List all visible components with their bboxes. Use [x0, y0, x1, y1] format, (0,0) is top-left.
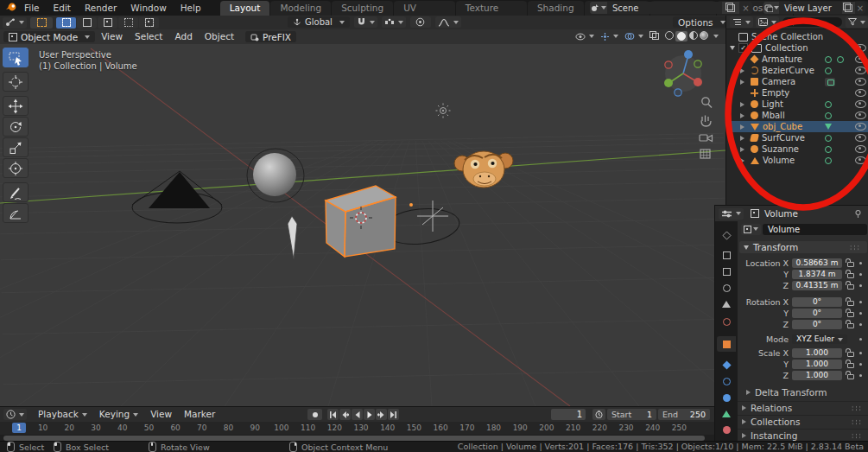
snap-toggle-button[interactable] — [354, 16, 377, 28]
gizmo-y-neg[interactable] — [694, 60, 701, 67]
proportional-falloff-dropdown[interactable] — [435, 16, 461, 28]
outliner-search-input[interactable] — [782, 17, 842, 27]
outliner-row-light[interactable]: Light — [726, 99, 868, 110]
transform-orientation-dropdown[interactable]: Global — [288, 16, 350, 28]
animate-dot[interactable] — [859, 301, 862, 303]
eye-icon[interactable] — [855, 89, 866, 97]
animate-dot[interactable] — [859, 323, 862, 326]
lock-icon[interactable] — [847, 312, 854, 317]
gizmo-y-axis[interactable] — [664, 79, 673, 87]
animate-dot[interactable] — [859, 338, 862, 341]
menu-help[interactable]: Help — [174, 0, 208, 16]
shading-dropdown[interactable] — [713, 35, 719, 38]
expand-icon[interactable] — [740, 147, 744, 152]
tool-measure[interactable] — [3, 203, 29, 223]
gizmo-x-axis[interactable] — [694, 78, 702, 86]
shading-wireframe-button[interactable] — [665, 31, 674, 41]
properties-tab-object-data[interactable] — [717, 406, 736, 422]
menu-render[interactable]: Render — [78, 0, 124, 16]
outliner-row-obj-cube[interactable]: obj_Cube — [726, 121, 868, 132]
scene-unlink-button[interactable]: × — [739, 3, 752, 13]
options-dropdown[interactable]: Options — [673, 16, 731, 28]
snap-target-dropdown[interactable] — [382, 16, 406, 28]
eye-icon[interactable] — [855, 145, 866, 153]
outliner-row-volume[interactable]: Volume — [726, 155, 868, 166]
view-layer-remove-button[interactable]: × — [855, 3, 865, 13]
gizmo-z-neg[interactable] — [675, 89, 681, 96]
lock-icon[interactable] — [847, 323, 854, 328]
tool-cursor[interactable] — [3, 72, 29, 92]
active-tool-button[interactable] — [30, 17, 53, 29]
navigation-gizmo[interactable] — [664, 50, 702, 96]
lock-icon[interactable] — [847, 352, 854, 357]
lock-icon[interactable] — [847, 273, 854, 278]
section-instancing[interactable]: Instancing — [738, 429, 868, 442]
shading-rendered-button[interactable] — [700, 31, 708, 41]
panel-drag-dots[interactable] — [849, 245, 860, 251]
timeline-menu-playback[interactable]: Playback — [32, 407, 93, 422]
workspace-tab-sculpting[interactable]: Sculpting — [332, 1, 393, 16]
number-field[interactable]: 0° — [792, 320, 842, 329]
current-frame-indicator[interactable]: 1 — [12, 423, 26, 433]
eye-icon[interactable] — [855, 100, 866, 108]
number-field[interactable]: 1.000 — [792, 371, 842, 380]
menu-window[interactable]: Window — [124, 0, 173, 16]
play-button[interactable] — [364, 409, 375, 420]
prev-keyframe-button[interactable] — [339, 409, 351, 420]
workspace-tab-texture-paint[interactable]: Texture Paint — [456, 1, 527, 16]
viewport-menu-object[interactable]: Object — [199, 29, 240, 44]
shading-solid-button[interactable] — [675, 31, 687, 41]
properties-tab-constraints[interactable] — [717, 390, 736, 405]
lock-icon[interactable] — [847, 363, 854, 368]
eye-icon[interactable] — [855, 44, 866, 52]
viewport-canvas[interactable] — [0, 44, 725, 406]
animate-dot[interactable] — [859, 363, 862, 366]
lock-icon[interactable] — [847, 374, 854, 379]
eye-icon[interactable] — [855, 156, 866, 164]
bone-object[interactable] — [288, 216, 297, 259]
number-field[interactable]: 0.58663 m — [792, 258, 842, 268]
outliner-row-camera[interactable]: Camera — [726, 76, 868, 87]
zoom-icon[interactable] — [702, 98, 712, 108]
proportional-editing-button[interactable] — [410, 16, 431, 28]
object-id-dropdown[interactable] — [741, 224, 761, 235]
number-field[interactable]: 0° — [792, 297, 842, 307]
gizmo-z-axis[interactable] — [684, 50, 693, 59]
current-frame-field[interactable]: 1 — [551, 409, 586, 420]
collection-checkbox[interactable]: ✓ — [738, 43, 748, 53]
tool-annotate[interactable] — [3, 182, 29, 202]
timeline-editor-type-button[interactable] — [3, 409, 27, 420]
view-layer-new-button[interactable] — [842, 2, 855, 14]
outliner-row-collection[interactable]: ✓Collection — [726, 42, 868, 54]
expand-icon[interactable] — [740, 158, 744, 163]
view-layer-browse-button[interactable] — [763, 2, 779, 14]
select-mode-subtract[interactable] — [98, 17, 117, 29]
view-layer-name[interactable]: View Layer — [779, 3, 842, 13]
cube-object[interactable] — [326, 186, 396, 257]
outliner-row-suzanne[interactable]: Suzanne — [726, 143, 868, 155]
eye-icon[interactable] — [855, 67, 866, 74]
prefix-button[interactable]: PreFIX — [245, 31, 296, 42]
timeline-menu-marker[interactable]: Marker — [178, 407, 221, 422]
expand-icon[interactable] — [740, 124, 744, 130]
number-field[interactable]: 0° — [792, 309, 842, 318]
frame-end-field[interactable]: End250 — [658, 409, 710, 420]
transform-panel-header[interactable]: Transform — [739, 241, 867, 253]
viewport-menu-select[interactable]: Select — [129, 29, 168, 44]
animate-dot[interactable] — [859, 352, 862, 354]
next-keyframe-button[interactable] — [376, 409, 387, 420]
lock-icon[interactable] — [847, 284, 854, 290]
delta-transform-header[interactable]: Delta Transform — [746, 387, 827, 398]
tool-move[interactable] — [3, 96, 29, 116]
use-preview-range-button[interactable] — [592, 409, 605, 420]
timeline-menu-keying[interactable]: Keying — [93, 407, 144, 422]
select-mode-intersect[interactable] — [139, 17, 159, 29]
timeline-ruler[interactable]: 1 10203040506070809010011012013014015016… — [0, 422, 714, 435]
animate-dot[interactable] — [859, 284, 862, 287]
eye-icon[interactable] — [855, 55, 866, 63]
lock-icon[interactable] — [847, 301, 854, 306]
pin-icon[interactable] — [854, 210, 862, 218]
rotation-mode-dropdown[interactable]: XYZ Euler — [792, 334, 847, 344]
workspace-tab-uv-editing[interactable]: UV Editing — [394, 1, 455, 16]
eye-icon[interactable] — [855, 111, 866, 119]
